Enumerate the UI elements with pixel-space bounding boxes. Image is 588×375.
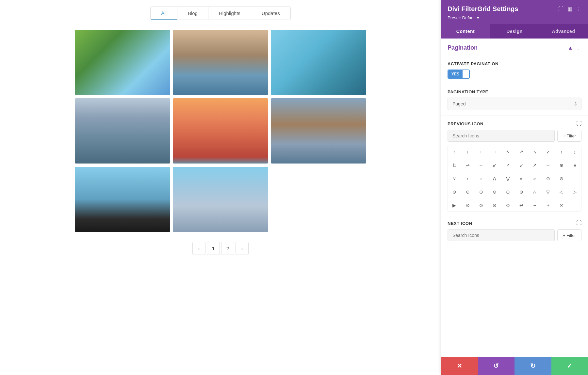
next-icon-expand[interactable]: ⛶ [576, 220, 582, 226]
previous-icon-filter-button[interactable]: + Filter [557, 130, 581, 142]
pagination: ‹ 1 2 › [192, 242, 249, 255]
previous-icon-section: Previous Icon ⛶ + Filter ↑ ↓ ← → ↖ ↗ ↘ ↙… [441, 116, 588, 212]
icon-circle-double-left[interactable]: ⊙ [501, 185, 514, 198]
icon-arrow-collapse[interactable]: ↙ [515, 159, 528, 171]
icon-arrow-down[interactable]: ↓ [461, 145, 474, 158]
icon-caret-left[interactable]: ‹ [461, 172, 474, 185]
icon-circle-play[interactable]: ⊙ [501, 199, 514, 211]
icon-triangle-down[interactable]: ▽ [542, 185, 554, 198]
more-icon[interactable]: ⋮ [576, 6, 581, 12]
icon-circle-double-right[interactable]: ⊙ [515, 185, 528, 198]
icon-double-left[interactable]: « [515, 172, 528, 185]
icon-arrow-right[interactable]: → [488, 145, 501, 158]
tab-updates[interactable]: Updates [251, 7, 290, 20]
icon-arrow-up[interactable]: ↑ [448, 145, 461, 158]
icon-arrow-nw[interactable]: ↖ [501, 145, 514, 158]
icon-caret-right[interactable]: › [475, 172, 487, 185]
prev-page-button[interactable]: ‹ [192, 242, 205, 255]
icon-circle-double-down[interactable]: ⊙ [488, 185, 501, 198]
previous-icon-text: Previous Icon [448, 121, 483, 126]
preset-label[interactable]: Preset: Default [448, 15, 476, 20]
icon-circle-arrow-left[interactable]: ⊙ [461, 199, 474, 211]
panel-title: Divi FilterGrid Settings [448, 5, 518, 13]
icon-triangle-up[interactable]: △ [528, 185, 541, 198]
icon-caret-down[interactable]: ∨ [448, 172, 461, 185]
image-item [173, 98, 268, 164]
icon-arrow-sw[interactable]: ↙ [542, 145, 554, 158]
icon-triangle-left[interactable]: ◁ [555, 185, 568, 198]
pagination-type-group: Pagination Type Paged Load More Infinite… [441, 84, 588, 116]
icon-arrow-vert[interactable]: ⇅ [448, 159, 461, 171]
icon-arrow-updown2[interactable]: ↨ [568, 145, 581, 158]
icon-circle-right[interactable]: ⊙ [461, 185, 474, 198]
icon-empty[interactable] [568, 199, 581, 211]
previous-icon-search-input[interactable] [448, 130, 555, 142]
icon-play[interactable]: ▶ [448, 199, 461, 211]
previous-icon-expand[interactable]: ⛶ [576, 121, 582, 127]
action-bar: ✕ ↺ ↻ ✓ [441, 357, 588, 375]
icon-circle-arrow-left2[interactable]: ⊙ [488, 199, 501, 211]
icon-arrow-horiz[interactable]: ⇌ [461, 159, 474, 171]
yes-no-toggle[interactable]: YES [448, 70, 470, 79]
toggle-yes[interactable]: YES [448, 70, 463, 78]
tab-highlights[interactable]: Highlights [208, 7, 251, 20]
icon-blank[interactable] [568, 172, 581, 185]
cancel-button[interactable]: ✕ [441, 357, 478, 375]
collapse-icon[interactable]: ▲ [568, 45, 573, 51]
panel-header-icons: ⛶ ▦ ⋮ [558, 6, 581, 12]
next-icon-search-input[interactable] [448, 229, 555, 241]
tab-content[interactable]: Content [441, 24, 490, 39]
tab-blog[interactable]: Blog [177, 7, 208, 20]
icon-arrows-cross[interactable]: ↔ [542, 159, 554, 171]
page-2-button[interactable]: 2 [221, 242, 234, 255]
icon-caret-up[interactable]: ∧ [568, 159, 581, 171]
icon-arrow-expand2[interactable]: ↗ [528, 159, 541, 171]
tab-advanced[interactable]: Advanced [539, 24, 588, 39]
icon-double-right[interactable]: » [528, 172, 541, 185]
icon-minus[interactable]: − [528, 199, 541, 211]
icon-arrow-left[interactable]: ← [475, 145, 487, 158]
icon-move[interactable]: ⊕ [555, 159, 568, 171]
panel-body: Pagination ▲ ⋮ Activate Pagination YES P… [441, 39, 588, 357]
next-icon-section: Next Icon ⛶ + Filter [441, 215, 588, 247]
icon-double-down[interactable]: ⋁ [501, 172, 514, 185]
activate-pagination-toggle[interactable]: YES [448, 70, 581, 79]
icon-arrow-curved[interactable]: ↙ [488, 159, 501, 171]
icon-circle-double-up[interactable]: ⊙ [475, 185, 487, 198]
icon-return[interactable]: ↩ [515, 199, 528, 211]
icon-arrow-lr[interactable]: ↔ [475, 159, 487, 171]
redo-button[interactable]: ↻ [514, 357, 551, 375]
panel-tabs: Content Design Advanced [441, 24, 588, 39]
icon-close[interactable]: ✕ [555, 199, 568, 211]
icon-double-up[interactable]: ⋀ [488, 172, 501, 185]
icon-circle-left[interactable]: ⊙ [448, 185, 461, 198]
icon-arrow-expand[interactable]: ↗ [501, 159, 514, 171]
next-icon-filter-button[interactable]: + Filter [557, 229, 581, 241]
icon-plus[interactable]: ＋ [542, 199, 554, 211]
icon-arrow-updown[interactable]: ↕ [555, 145, 568, 158]
grid-icon[interactable]: ▦ [567, 6, 572, 12]
section-controls: ▲ ⋮ [568, 45, 581, 51]
toggle-no[interactable] [463, 72, 469, 76]
fullscreen-icon[interactable]: ⛶ [558, 6, 564, 12]
icon-circle-up[interactable]: ⊙ [542, 172, 554, 185]
panel-header-top: Divi FilterGrid Settings ⛶ ▦ ⋮ [448, 5, 581, 13]
preset-line: Preset: Default ▾ [448, 15, 581, 20]
undo-button[interactable]: ↺ [478, 357, 515, 375]
section-menu-icon[interactable]: ⋮ [576, 45, 581, 51]
icon-arrow-ne[interactable]: ↗ [515, 145, 528, 158]
next-icon-label: Next Icon ⛶ [448, 220, 581, 226]
icon-circle-arrow-down[interactable]: ⊙ [475, 199, 487, 211]
next-page-button[interactable]: › [236, 242, 249, 255]
tab-all[interactable]: All [151, 7, 177, 20]
page-1-button[interactable]: 1 [207, 242, 220, 255]
panel-header: Divi FilterGrid Settings ⛶ ▦ ⋮ Preset: D… [441, 0, 588, 24]
save-button[interactable]: ✓ [551, 357, 588, 375]
icon-triangle-right[interactable]: ▷ [568, 185, 581, 198]
pagination-type-select[interactable]: Paged Load More Infinite Scroll [448, 98, 581, 110]
tab-design[interactable]: Design [490, 24, 539, 39]
icon-circle-down[interactable]: ⊙ [555, 172, 568, 185]
icon-arrow-se[interactable]: ↘ [528, 145, 541, 158]
pagination-section-title: Pagination [448, 44, 478, 51]
image-placeholder [271, 167, 366, 232]
